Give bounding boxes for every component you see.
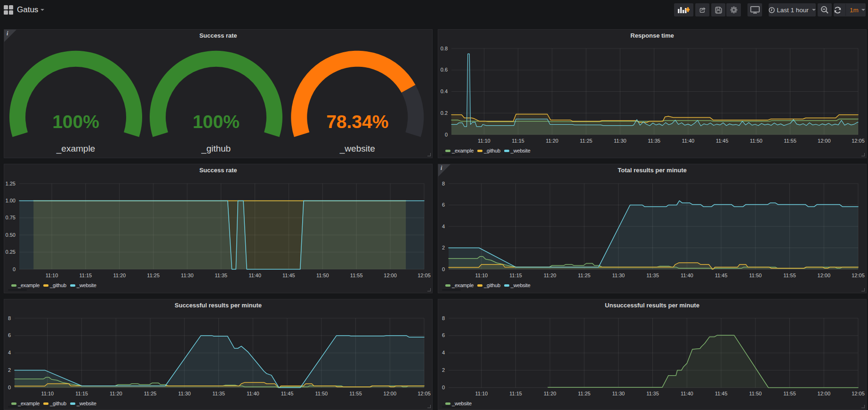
svg-text:11:55: 11:55 (783, 391, 796, 396)
svg-text:11:25: 11:25 (578, 273, 591, 278)
svg-text:11:45: 11:45 (281, 391, 294, 396)
svg-text:11:20: 11:20 (113, 273, 126, 278)
svg-text:_example: _example (56, 144, 95, 154)
svg-text:11:10: 11:10 (46, 273, 58, 278)
svg-text:0.25: 0.25 (6, 249, 16, 255)
svg-text:11:15: 11:15 (509, 273, 522, 278)
svg-text:11:30: 11:30 (181, 273, 193, 278)
svg-text:12:00: 12:00 (384, 391, 397, 396)
svg-text:100%: 100% (193, 112, 240, 132)
svg-text:2: 2 (8, 367, 11, 373)
svg-text:11:45: 11:45 (715, 391, 728, 396)
svg-text:11:50: 11:50 (750, 138, 763, 144)
svg-text:11:25: 11:25 (580, 138, 593, 144)
svg-text:12:05: 12:05 (852, 138, 865, 144)
svg-text:2: 2 (442, 367, 445, 373)
svg-text:11:40: 11:40 (249, 273, 261, 278)
svg-text:11:45: 11:45 (716, 138, 729, 144)
svg-text:11:25: 11:25 (147, 273, 160, 278)
svg-text:78.34%: 78.34% (326, 112, 388, 132)
svg-text:11:50: 11:50 (315, 391, 328, 396)
svg-text:11:55: 11:55 (350, 273, 363, 278)
svg-text:11:40: 11:40 (681, 391, 693, 396)
svg-text:11:45: 11:45 (715, 273, 728, 278)
svg-text:0.2: 0.2 (441, 110, 448, 116)
svg-text:0.75: 0.75 (6, 215, 16, 220)
svg-text:0.50: 0.50 (6, 232, 16, 238)
svg-text:0: 0 (13, 266, 16, 272)
svg-text:11:25: 11:25 (144, 391, 157, 396)
svg-text:11:35: 11:35 (648, 138, 660, 144)
svg-text:11:10: 11:10 (475, 273, 488, 278)
svg-text:12:05: 12:05 (418, 273, 431, 278)
svg-text:11:15: 11:15 (512, 138, 524, 144)
svg-text:11:10: 11:10 (41, 391, 54, 396)
svg-text:11:55: 11:55 (784, 138, 796, 144)
svg-text:11:30: 11:30 (612, 391, 625, 396)
svg-text:1.25: 1.25 (6, 181, 16, 186)
svg-text:4: 4 (8, 350, 11, 355)
svg-text:11:55: 11:55 (783, 273, 796, 278)
svg-text:12:00: 12:00 (384, 273, 397, 278)
svg-text:11:30: 11:30 (614, 138, 627, 144)
svg-text:0: 0 (8, 385, 11, 390)
svg-text:11:20: 11:20 (544, 391, 556, 396)
svg-text:2: 2 (442, 245, 445, 250)
svg-text:12:05: 12:05 (852, 391, 865, 396)
svg-text:8: 8 (442, 315, 445, 321)
svg-text:12:05: 12:05 (852, 273, 865, 278)
svg-text:100%: 100% (52, 112, 99, 132)
svg-text:4: 4 (442, 350, 445, 355)
svg-text:11:40: 11:40 (247, 391, 259, 396)
svg-text:6: 6 (8, 332, 11, 338)
svg-text:11:15: 11:15 (509, 391, 522, 396)
svg-text:11:35: 11:35 (646, 273, 659, 278)
svg-text:11:10: 11:10 (478, 138, 490, 144)
svg-text:11:55: 11:55 (349, 391, 362, 396)
svg-text:11:20: 11:20 (110, 391, 122, 396)
svg-text:11:40: 11:40 (681, 273, 693, 278)
svg-text:11:45: 11:45 (282, 273, 295, 278)
svg-text:8: 8 (8, 315, 11, 321)
svg-text:0.4: 0.4 (441, 88, 448, 94)
svg-text:6: 6 (442, 202, 445, 208)
svg-text:12:00: 12:00 (818, 391, 831, 396)
svg-text:11:50: 11:50 (749, 391, 762, 396)
svg-text:0.8: 0.8 (441, 46, 448, 51)
svg-text:11:30: 11:30 (612, 273, 625, 278)
svg-text:11:50: 11:50 (316, 273, 329, 278)
svg-text:0: 0 (445, 132, 448, 137)
svg-text:11:15: 11:15 (80, 273, 92, 278)
svg-text:6: 6 (442, 332, 445, 338)
svg-text:11:20: 11:20 (546, 138, 558, 144)
svg-text:_github: _github (201, 144, 231, 154)
svg-text:4: 4 (442, 224, 445, 229)
svg-text:12:05: 12:05 (418, 391, 431, 396)
svg-text:11:10: 11:10 (475, 391, 488, 396)
svg-text:8: 8 (442, 181, 445, 186)
svg-text:11:50: 11:50 (749, 273, 762, 278)
svg-text:11:15: 11:15 (75, 391, 88, 396)
svg-text:_website: _website (339, 144, 375, 154)
svg-text:12:00: 12:00 (818, 273, 831, 278)
svg-text:11:30: 11:30 (178, 391, 191, 396)
svg-text:11:40: 11:40 (682, 138, 694, 144)
svg-text:11:35: 11:35 (215, 273, 227, 278)
svg-text:0: 0 (442, 266, 445, 272)
svg-text:0.6: 0.6 (441, 67, 448, 72)
svg-text:11:35: 11:35 (212, 391, 225, 396)
svg-text:11:25: 11:25 (578, 391, 591, 396)
svg-text:11:20: 11:20 (544, 273, 556, 278)
svg-text:0: 0 (442, 385, 445, 390)
svg-text:1.00: 1.00 (6, 198, 16, 203)
svg-text:12:00: 12:00 (818, 138, 831, 144)
svg-text:11:35: 11:35 (646, 391, 659, 396)
